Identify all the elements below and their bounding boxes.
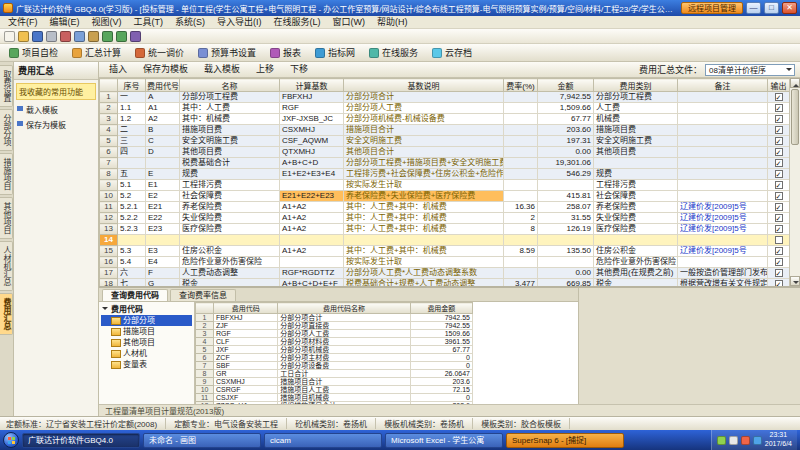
cell-seq[interactable]: 一 xyxy=(118,92,146,103)
output-checkbox[interactable] xyxy=(775,203,783,211)
output-checkbox[interactable] xyxy=(775,236,783,244)
tree-item-其他项目[interactable]: 其他项目 xyxy=(101,337,192,348)
cell-base[interactable]: A1+A2 xyxy=(280,202,344,213)
cell-desc[interactable]: 措施项目合计 xyxy=(344,125,504,136)
cell-fee-amount[interactable]: 0 xyxy=(410,394,472,402)
row-number[interactable]: 13 xyxy=(100,224,118,235)
cell-fee-name[interactable]: 措施项目合计 xyxy=(278,378,410,386)
taskbar-button[interactable]: SuperSnap 6 - [捕捉] xyxy=(506,433,624,448)
nav-tab-人材机汇总[interactable]: 人材机汇总 xyxy=(0,241,13,291)
favorite-item[interactable]: 保存为模板 xyxy=(14,117,98,132)
cell-amount[interactable] xyxy=(538,180,594,191)
cell-base[interactable]: A1+A2 xyxy=(280,213,344,224)
cell-code[interactable]: G xyxy=(146,279,180,287)
cell-code[interactable]: E3 xyxy=(146,246,180,257)
cell-base[interactable]: FBFXHJ xyxy=(280,92,344,103)
cell-rate[interactable] xyxy=(504,136,538,147)
cell-rate[interactable]: 16.36 xyxy=(504,202,538,213)
cell-category[interactable]: 其他费用(在规费之前) xyxy=(594,268,678,279)
row-number[interactable]: 11 xyxy=(196,394,214,402)
volume-icon[interactable] xyxy=(717,436,726,445)
cell-code[interactable] xyxy=(146,158,180,169)
cell-seq[interactable]: 六 xyxy=(118,268,146,279)
cell-fee-name[interactable]: 分部分项人工费 xyxy=(278,330,410,338)
cell-amount[interactable]: 67.77 xyxy=(538,114,594,125)
cell-category[interactable] xyxy=(594,235,678,246)
cell-base[interactable]: CSXMHJ xyxy=(280,125,344,136)
cell-code[interactable]: E2 xyxy=(146,191,180,202)
nav-tab-分部分项[interactable]: 分部分项 xyxy=(0,109,13,151)
antivirus-icon[interactable] xyxy=(741,436,750,445)
cell-fee-amount[interactable]: 3961.55 xyxy=(410,338,472,346)
cell-fee-amount[interactable]: 7942.55 xyxy=(410,314,472,322)
cell-fee-amount[interactable]: 7942.55 xyxy=(410,322,472,330)
cell-desc[interactable]: 其中：人工费+其中：机械费 xyxy=(344,224,504,235)
cell-code[interactable]: A2 xyxy=(146,114,180,125)
cell-code[interactable]: E21 xyxy=(146,202,180,213)
cell-base[interactable]: E1+E2+E3+E4 xyxy=(280,169,344,180)
cell-note[interactable] xyxy=(678,180,768,191)
cell-amount[interactable]: 258.07 xyxy=(538,202,594,213)
cell-category[interactable]: 医疗保险费 xyxy=(594,224,678,235)
tree-item-措施项目[interactable]: 措施项目 xyxy=(101,326,192,337)
cell-category[interactable]: 安全文明施工费 xyxy=(594,136,678,147)
nav-tab-其他项目[interactable]: 其他项目 xyxy=(0,197,13,239)
remote-project-button[interactable]: 远程项目管理 xyxy=(681,2,743,14)
cell-fee-name[interactable]: 分部分项直接费 xyxy=(278,322,410,330)
cell-note[interactable]: 一般按造价管理部门发布的人工费调整文件计算价差，列入规费之前 xyxy=(678,268,768,279)
cell-category[interactable]: 人工费 xyxy=(594,103,678,114)
cell-fee-amount[interactable]: 0 xyxy=(410,354,472,362)
cell-rate[interactable] xyxy=(504,92,538,103)
cell-desc[interactable]: 分部分项人工费*人工费动态调整系数 xyxy=(344,268,504,279)
panel-button[interactable]: 载入模板 xyxy=(199,62,245,77)
cell-name[interactable]: 失业保险费 xyxy=(180,213,280,224)
cell-note[interactable]: 辽建价发[2009]5号 xyxy=(678,202,768,213)
cell-fee-name[interactable]: 分部分项主材费 xyxy=(278,354,410,362)
output-checkbox[interactable] xyxy=(775,93,783,101)
cell-seq[interactable]: 二 xyxy=(118,125,146,136)
output-checkbox[interactable] xyxy=(775,137,783,145)
cell-fee-amount[interactable]: 1509.66 xyxy=(410,330,472,338)
cell-fee-code[interactable]: CSRGF xyxy=(214,386,278,394)
cell-fee-code[interactable]: ZCF xyxy=(214,354,278,362)
cell-fee-name[interactable]: 分部分项合计 xyxy=(278,314,410,322)
cell-name[interactable]: 人工费动态调整 xyxy=(180,268,280,279)
cell-category[interactable]: 机械费 xyxy=(594,114,678,125)
cell-category[interactable]: 措施项目费 xyxy=(594,125,678,136)
cell-seq[interactable]: 5.1 xyxy=(118,180,146,191)
output-checkbox[interactable] xyxy=(775,170,783,178)
row-number[interactable]: 3 xyxy=(100,114,118,125)
cell-code[interactable]: D xyxy=(146,147,180,158)
cell-note[interactable] xyxy=(678,92,768,103)
cell-rate[interactable] xyxy=(504,191,538,202)
print-icon[interactable] xyxy=(46,31,57,42)
cell-amount[interactable] xyxy=(538,235,594,246)
cell-code[interactable] xyxy=(146,235,180,246)
menu-item[interactable]: 窗口(W) xyxy=(327,16,372,28)
row-number[interactable]: 9 xyxy=(196,378,214,386)
cell-code[interactable]: C xyxy=(146,136,180,147)
cell-category[interactable]: 社会保障费 xyxy=(594,191,678,202)
cell-base[interactable]: QTXMHJ xyxy=(280,147,344,158)
cell-name[interactable]: 规费 xyxy=(180,169,280,180)
cell-note[interactable]: 辽建价发[2009]5号 xyxy=(678,224,768,235)
cell-code[interactable]: E4 xyxy=(146,257,180,268)
cell-note[interactable] xyxy=(678,136,768,147)
paste-icon[interactable] xyxy=(88,31,99,42)
cell-note[interactable] xyxy=(678,235,768,246)
cell-seq[interactable]: 5.2.3 xyxy=(118,224,146,235)
cell-amount[interactable]: 19,301.06 xyxy=(538,158,594,169)
vertical-scrollbar[interactable] xyxy=(789,78,800,286)
cell-note[interactable] xyxy=(678,125,768,136)
network-icon[interactable] xyxy=(729,436,738,445)
output-checkbox[interactable] xyxy=(775,247,783,255)
cell-category[interactable] xyxy=(594,158,678,169)
menu-item[interactable]: 文件(F) xyxy=(2,16,44,28)
cell-rate[interactable]: 2 xyxy=(504,213,538,224)
taskbar-clock[interactable]: 23:31 2017/6/4 xyxy=(765,431,792,449)
cell-desc[interactable]: 工程排污费+社会保障费+住房公积金+危险作业意外伤害保险 xyxy=(344,169,504,180)
cell-note[interactable] xyxy=(678,147,768,158)
cell-code[interactable]: F xyxy=(146,268,180,279)
tab-query-rate-info[interactable]: 查询费率信息 xyxy=(170,289,236,301)
cell-category[interactable]: 税金 xyxy=(594,279,678,287)
